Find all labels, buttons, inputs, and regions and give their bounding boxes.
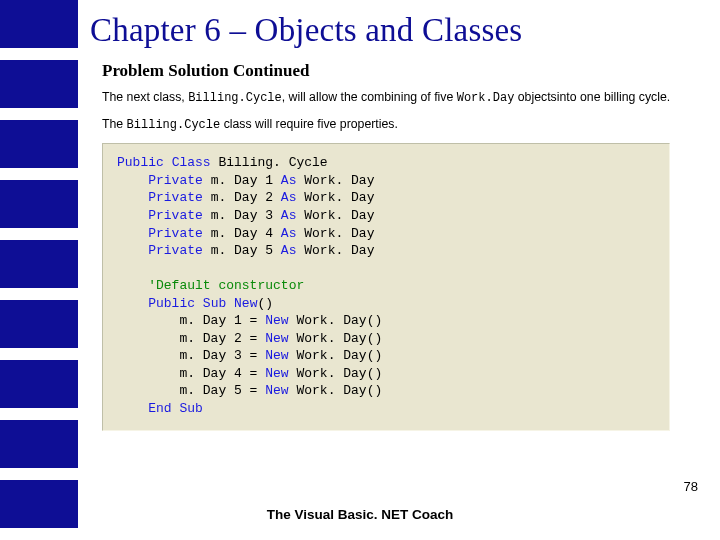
sidebar-block xyxy=(0,60,78,108)
text: , will allow the combining of five xyxy=(282,90,457,104)
sidebar-block xyxy=(0,0,78,48)
sidebar-blocks xyxy=(0,0,78,540)
sidebar-block xyxy=(0,240,78,288)
inline-code: Work.Day xyxy=(457,91,515,105)
chapter-title: Chapter 6 – Objects and Classes xyxy=(90,12,700,49)
text: The xyxy=(102,117,127,131)
inline-code: Billing.Cycle xyxy=(127,118,221,132)
slide-content: Chapter 6 – Objects and Classes Problem … xyxy=(90,12,700,431)
text: The next class, xyxy=(102,90,188,104)
inline-code: Billing.Cycle xyxy=(188,91,282,105)
sidebar-block xyxy=(0,180,78,228)
sidebar-block xyxy=(0,360,78,408)
sidebar-block xyxy=(0,420,78,468)
sidebar-block xyxy=(0,300,78,348)
page-number: 78 xyxy=(684,479,698,494)
text: class will require five properties. xyxy=(220,117,398,131)
paragraph-1: The next class, Billing.Cycle, will allo… xyxy=(102,89,680,106)
paragraph-2: The Billing.Cycle class will require fiv… xyxy=(102,116,680,133)
text: objectsinto one billing cycle. xyxy=(514,90,670,104)
section-title: Problem Solution Continued xyxy=(102,61,700,81)
code-block: Public Class Billing. Cycle Private m. D… xyxy=(102,143,670,430)
footer-title: The Visual Basic. NET Coach xyxy=(0,507,720,522)
sidebar-block xyxy=(0,120,78,168)
